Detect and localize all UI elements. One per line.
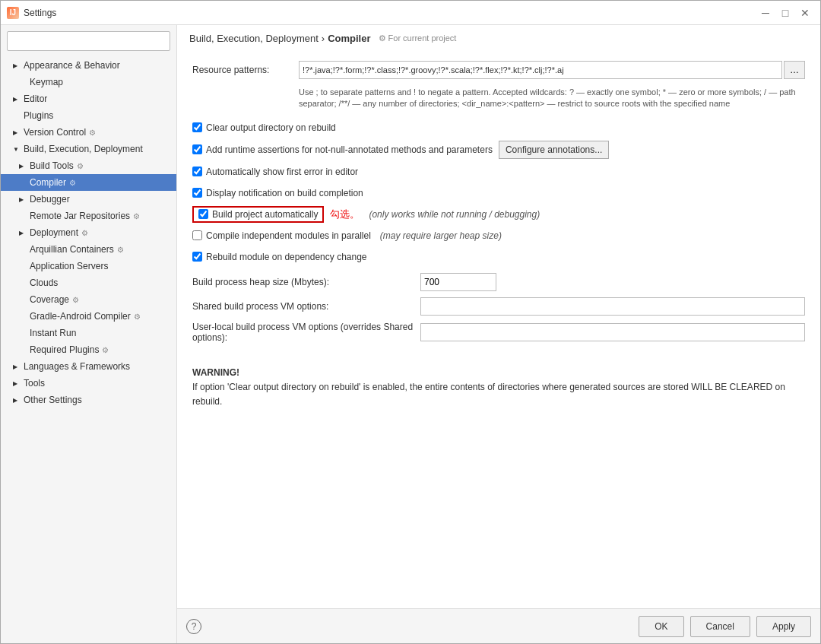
sidebar-item-deployment[interactable]: ▶ Deployment ⚙ (1, 224, 176, 241)
warning-title: WARNING! (192, 366, 805, 380)
sidebar-label: Build, Execution, Deployment (24, 144, 143, 154)
add-runtime-label[interactable]: Add runtime assertions for not-null-anno… (192, 144, 493, 155)
settings-icon: ⚙ (117, 246, 124, 254)
sidebar-label: Remote Jar Repositories (30, 211, 130, 221)
display-notification-row: Display notification on build completion (192, 185, 805, 201)
build-auto-label[interactable]: Build project automatically (212, 209, 318, 220)
sidebar-item-gradle-android[interactable]: Gradle-Android Compiler ⚙ (1, 308, 176, 325)
sidebar-label: Deployment (30, 227, 78, 238)
sidebar-item-appearance[interactable]: ▶ Appearance & Behavior (1, 57, 176, 74)
rebuild-module-label[interactable]: Rebuild module on dependency change (192, 252, 367, 262)
sidebar-item-debugger[interactable]: ▶ Debugger (1, 191, 176, 208)
build-auto-row: Build project automatically 勾选。 (only wo… (192, 206, 805, 223)
auto-show-label[interactable]: Automatically show first error in editor (192, 167, 358, 177)
minimize-button[interactable]: ─ (756, 4, 775, 22)
clear-output-label[interactable]: Clear output directory on rebuild (192, 122, 336, 133)
breadcrumb: Build, Execution, Deployment › Compiler … (177, 25, 820, 52)
heap-size-input[interactable] (420, 273, 496, 291)
right-panel: Build, Execution, Deployment › Compiler … (177, 25, 820, 643)
display-notification-checkbox[interactable] (192, 188, 202, 198)
arrow-icon: ▼ (13, 146, 21, 153)
sidebar-label: Tools (24, 378, 45, 389)
search-input[interactable] (7, 31, 170, 51)
heap-size-row: Build process heap size (Mbytes): (192, 273, 805, 291)
rebuild-module-text: Rebuild module on dependency change (206, 252, 367, 262)
sidebar-item-version-control[interactable]: ▶ Version Control ⚙ (1, 124, 176, 141)
sidebar-item-required-plugins[interactable]: Required Plugins ⚙ (1, 341, 176, 358)
sidebar-item-remote-jar[interactable]: Remote Jar Repositories ⚙ (1, 208, 176, 224)
add-runtime-row: Add runtime assertions for not-null-anno… (192, 141, 805, 159)
breadcrumb-separator: › (322, 33, 325, 44)
sidebar-item-instant-run[interactable]: Instant Run (1, 325, 176, 341)
window-controls: ─ □ ✕ (756, 4, 814, 22)
resource-patterns-input[interactable] (299, 61, 782, 79)
display-notification-label[interactable]: Display notification on build completion (192, 188, 363, 198)
sidebar-item-keymap[interactable]: Keymap (1, 74, 176, 90)
sidebar-item-build-execution[interactable]: ▼ Build, Execution, Deployment (1, 141, 176, 157)
compile-parallel-label[interactable]: Compile independent modules in parallel (192, 230, 371, 241)
clear-output-row: Clear output directory on rebuild (192, 119, 805, 136)
user-vm-row: User-local build process VM options (ove… (192, 322, 805, 343)
warning-box: WARNING! If option 'Clear output directo… (192, 358, 805, 417)
sidebar-label: Debugger (30, 194, 70, 205)
arrow-icon: ▶ (13, 363, 21, 370)
sidebar-label: Languages & Frameworks (24, 361, 130, 372)
sidebar-item-plugins[interactable]: Plugins (1, 107, 176, 124)
ok-button[interactable]: OK (639, 616, 683, 637)
help-button[interactable]: ? (186, 619, 201, 634)
settings-panel: Resource patterns: … Use ; to separate p… (177, 52, 820, 608)
sidebar-item-languages[interactable]: ▶ Languages & Frameworks (1, 358, 176, 375)
settings-icon: ⚙ (134, 312, 141, 321)
compile-parallel-checkbox[interactable] (192, 230, 202, 240)
compile-parallel-row: Compile independent modules in parallel … (192, 227, 805, 244)
arrow-icon: ▶ (19, 163, 27, 170)
sidebar-item-clouds[interactable]: Clouds (1, 274, 176, 291)
auto-show-row: Automatically show first error in editor (192, 163, 805, 180)
resource-patterns-label: Resource patterns: (192, 65, 299, 75)
sidebar-item-tools[interactable]: ▶ Tools (1, 375, 176, 392)
rebuild-module-row: Rebuild module on dependency change (192, 249, 805, 265)
maximize-button[interactable]: □ (776, 4, 794, 22)
footer: ? OK Cancel Apply (177, 608, 820, 643)
user-vm-label: User-local build process VM options (ove… (192, 322, 420, 343)
sidebar-label: Version Control (24, 127, 86, 138)
build-auto-checkbox[interactable] (198, 209, 208, 219)
sidebar-label: Plugins (24, 110, 53, 121)
add-runtime-checkbox[interactable] (192, 144, 202, 154)
sidebar-item-coverage[interactable]: Coverage ⚙ (1, 291, 176, 308)
sidebar-label: Other Settings (24, 395, 82, 405)
rebuild-module-checkbox[interactable] (192, 252, 202, 262)
heap-size-label: Build process heap size (Mbytes): (192, 277, 420, 287)
sidebar-item-app-servers[interactable]: Application Servers (1, 258, 176, 274)
sidebar-label: Keymap (30, 77, 63, 87)
apply-button[interactable]: Apply (756, 616, 811, 637)
configure-annotations-button[interactable]: Configure annotations... (499, 141, 609, 159)
breadcrumb-path: Build, Execution, Deployment (189, 33, 319, 44)
cancel-button[interactable]: Cancel (690, 616, 750, 637)
sidebar-item-compiler[interactable]: Compiler ⚙ (1, 174, 176, 191)
compile-parallel-note: (may require larger heap size) (380, 230, 502, 241)
clear-output-checkbox[interactable] (192, 122, 202, 132)
display-notification-text: Display notification on build completion (206, 188, 363, 198)
warning-text: If option 'Clear output directory on reb… (192, 380, 805, 409)
sidebar-label: Build Tools (30, 160, 74, 171)
auto-show-checkbox[interactable] (192, 167, 202, 176)
settings-icon: ⚙ (89, 128, 96, 137)
sidebar-item-other-settings[interactable]: ▶ Other Settings (1, 392, 176, 408)
sidebar-label: Instant Run (30, 328, 76, 338)
arrow-icon: ▶ (13, 380, 21, 387)
user-vm-input[interactable] (420, 323, 805, 341)
shared-vm-input[interactable] (420, 297, 805, 316)
settings-icon: ⚙ (102, 346, 109, 354)
resource-browse-button[interactable]: … (784, 61, 805, 79)
main-content: ▶ Appearance & Behavior Keymap ▶ Editor … (1, 25, 820, 643)
sidebar-item-editor[interactable]: ▶ Editor (1, 90, 176, 107)
arrow-icon: ▶ (13, 129, 21, 136)
title-bar: IJ Settings ─ □ ✕ (1, 1, 820, 25)
title-bar-left: IJ Settings (7, 7, 56, 19)
close-button[interactable]: ✕ (796, 4, 814, 22)
arrow-icon: ▶ (13, 96, 21, 103)
settings-window: IJ Settings ─ □ ✕ ▶ Appearance & Behavio… (0, 0, 821, 644)
sidebar-item-build-tools[interactable]: ▶ Build Tools ⚙ (1, 157, 176, 174)
sidebar-item-arquillian[interactable]: Arquillian Containers ⚙ (1, 241, 176, 258)
